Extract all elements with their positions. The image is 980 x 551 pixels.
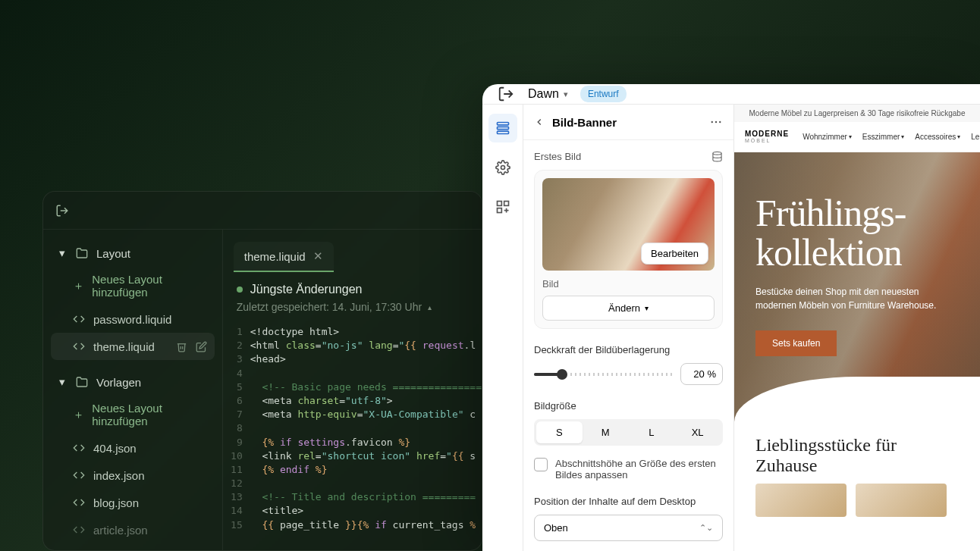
size-option-l[interactable]: L bbox=[629, 421, 675, 443]
product-card[interactable] bbox=[856, 484, 947, 517]
hero-title: Frühlings-kollektion bbox=[755, 193, 959, 273]
opacity-slider[interactable] bbox=[534, 373, 673, 376]
svg-point-9 bbox=[711, 121, 713, 123]
tab-theme-liquid[interactable]: theme.liquid ✕ bbox=[234, 242, 334, 272]
store-nav: Wohnzimmer▾ Esszimmer▾ Accessoires▾ Le bbox=[803, 133, 979, 141]
theme-editor-window: Dawn ▾ Entwurf Bild-Banner bbox=[482, 84, 980, 551]
file-article-json[interactable]: article.json bbox=[51, 516, 215, 543]
exit-icon[interactable] bbox=[496, 84, 516, 104]
size-segmented-control: S M L XL bbox=[534, 419, 723, 446]
product-card[interactable] bbox=[755, 484, 847, 517]
image-card: Bearbeiten Bild Ändern ▾ bbox=[534, 170, 723, 329]
product-row bbox=[734, 484, 980, 517]
store-logo[interactable]: MODERNE MÖBEL bbox=[745, 130, 789, 144]
code-lines[interactable]: <!doctype html><html class="no-js" lang=… bbox=[250, 325, 482, 532]
nav-link[interactable]: Accessoires▾ bbox=[915, 133, 960, 141]
add-template-button[interactable]: ＋ Neues Layout hinzufügen bbox=[51, 395, 215, 434]
svg-point-3 bbox=[501, 166, 504, 170]
add-layout-button[interactable]: ＋ Neues Layout hinzufügen bbox=[51, 266, 215, 305]
code-file-icon bbox=[72, 468, 86, 482]
theme-name-label: Dawn bbox=[528, 87, 559, 101]
size-option-m[interactable]: M bbox=[583, 421, 629, 443]
editor-main: theme.liquid ✕ Jüngste Änderungen Zuletz… bbox=[223, 230, 482, 550]
hero-cta-button[interactable]: Sets kaufen bbox=[755, 330, 837, 356]
file-password-liquid[interactable]: password.liquid bbox=[51, 305, 215, 333]
file-label: theme.liquid bbox=[93, 340, 155, 353]
hero-banner: Frühlings-kollektion Bestücke deinen Sho… bbox=[734, 152, 980, 421]
image-sublabel: Bild bbox=[542, 278, 715, 290]
code-file-icon bbox=[72, 312, 86, 326]
nav-link[interactable]: Wohnzimmer▾ bbox=[803, 133, 852, 141]
code-editor[interactable]: 123456789101112131415 <!doctype html><ht… bbox=[223, 321, 482, 537]
svg-rect-4 bbox=[497, 202, 501, 206]
exit-icon[interactable] bbox=[55, 204, 69, 218]
file-theme-liquid[interactable]: theme.liquid bbox=[51, 333, 215, 360]
chevron-down-icon: ▾ bbox=[564, 89, 568, 99]
file-label: 404.json bbox=[93, 442, 137, 455]
more-icon[interactable] bbox=[709, 115, 723, 129]
rail-sections-button[interactable] bbox=[488, 114, 517, 142]
svg-point-10 bbox=[715, 121, 717, 123]
storefront-preview: Moderne Möbel zu Lagerpreisen & 30 Tage … bbox=[734, 105, 980, 551]
code-file-icon bbox=[72, 340, 86, 353]
theme-topbar: Dawn ▾ Entwurf bbox=[482, 84, 980, 105]
chevron-up-icon[interactable]: ▴ bbox=[428, 303, 432, 312]
edit-icon[interactable] bbox=[195, 340, 209, 353]
size-label: Bildgröße bbox=[534, 400, 723, 412]
back-icon[interactable] bbox=[534, 117, 545, 127]
saved-timestamp: Zuletzt gespeichert: 14. Juni, 17:30 Uhr bbox=[237, 301, 422, 313]
size-option-xl[interactable]: XL bbox=[674, 421, 721, 443]
draft-badge: Entwurf bbox=[580, 86, 627, 102]
nav-link[interactable]: Le bbox=[971, 133, 979, 141]
rail-apps-button[interactable] bbox=[488, 193, 517, 221]
edit-image-button[interactable]: Bearbeiten bbox=[641, 243, 708, 265]
recent-changes-bar: Jüngste Änderungen Zuletzt gespeichert: … bbox=[223, 274, 482, 321]
change-image-button[interactable]: Ändern ▾ bbox=[542, 296, 715, 321]
chevron-down-icon: ▾ bbox=[849, 133, 852, 140]
tree-section-templates[interactable]: ▾ Vorlagen bbox=[51, 369, 215, 395]
tab-bar: theme.liquid ✕ bbox=[223, 230, 482, 274]
status-dot-icon bbox=[237, 286, 243, 293]
chevron-down-icon: ▾ bbox=[901, 133, 904, 140]
code-file-icon bbox=[72, 496, 86, 509]
file-index-json[interactable]: index.json bbox=[51, 462, 215, 489]
svg-point-11 bbox=[719, 121, 721, 123]
chevron-down-icon: ▾ bbox=[957, 133, 960, 140]
file-blog-json[interactable]: blog.json bbox=[51, 489, 215, 516]
code-file-icon bbox=[72, 523, 86, 537]
logo-top: MODERNE bbox=[745, 130, 789, 138]
opacity-value-input[interactable]: 20 % bbox=[680, 363, 723, 385]
code-editor-window: ▾ Layout ＋ Neues Layout hinzufügen passw… bbox=[42, 191, 482, 551]
database-icon[interactable] bbox=[711, 151, 723, 162]
svg-rect-0 bbox=[497, 123, 508, 125]
svg-rect-2 bbox=[497, 131, 508, 133]
change-label: Ändern bbox=[608, 302, 640, 314]
first-image-label: Erstes Bild bbox=[534, 151, 581, 162]
inspector-panel: Bild-Banner Erstes Bild Bearbeiten Bild bbox=[523, 105, 734, 551]
size-option-s[interactable]: S bbox=[536, 421, 583, 443]
folder-icon bbox=[75, 246, 89, 260]
file-label: index.json bbox=[93, 469, 145, 482]
file-404-json[interactable]: 404.json bbox=[51, 434, 215, 462]
chevron-down-icon: ▾ bbox=[57, 375, 68, 389]
rail-settings-button[interactable] bbox=[488, 153, 517, 182]
adapt-height-checkbox[interactable] bbox=[534, 458, 548, 471]
chevron-down-icon: ▾ bbox=[57, 246, 68, 260]
plus-icon: ＋ bbox=[72, 279, 84, 293]
nav-link[interactable]: Esszimmer▾ bbox=[862, 133, 904, 141]
opacity-label: Deckkraft der Bildüberlagerung bbox=[534, 344, 723, 355]
add-label: Neues Layout hinzufügen bbox=[92, 273, 209, 299]
file-label: password.liquid bbox=[93, 313, 171, 326]
trash-icon[interactable] bbox=[175, 340, 189, 353]
hero-subtitle: Bestücke deinen Shop mit den neuesten mo… bbox=[755, 285, 959, 312]
tree-section-layout[interactable]: ▾ Layout bbox=[51, 240, 215, 266]
svg-rect-1 bbox=[497, 127, 508, 129]
close-icon[interactable]: ✕ bbox=[313, 249, 323, 263]
image-thumbnail: Bearbeiten bbox=[542, 178, 715, 271]
favorites-heading: Lieblingsstücke für Zuhause bbox=[734, 421, 980, 484]
logo-sub: MÖBEL bbox=[745, 138, 789, 144]
section-label: Layout bbox=[96, 247, 130, 260]
position-select[interactable]: Oben ⌃⌄ bbox=[534, 515, 723, 541]
theme-selector[interactable]: Dawn ▾ bbox=[528, 87, 568, 101]
svg-rect-6 bbox=[497, 208, 501, 213]
